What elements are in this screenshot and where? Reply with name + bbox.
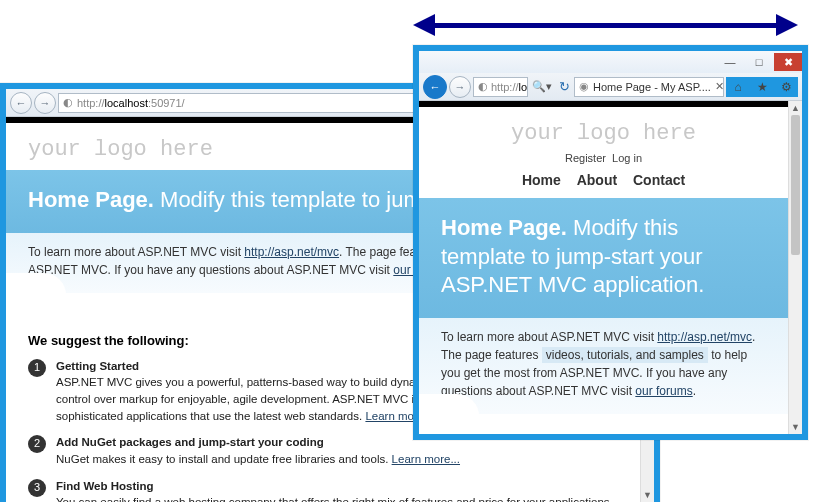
forward-button[interactable]: → bbox=[449, 76, 471, 98]
item-body: sophisticated applications that use the … bbox=[56, 410, 365, 422]
nav-home[interactable]: Home bbox=[522, 172, 561, 188]
item-title: Find Web Hosting bbox=[56, 478, 618, 495]
arrow-right-icon bbox=[776, 14, 798, 36]
tab-close-icon[interactable]: ✕ bbox=[715, 80, 724, 93]
item-number: 3 bbox=[28, 479, 46, 497]
account-links: Register Log in bbox=[419, 152, 788, 164]
mvc-link[interactable]: http://asp.net/mvc bbox=[244, 245, 339, 259]
address-bar: ← → ◐ http://localhost:509 🔍▾ ↻ ◉ Home P… bbox=[419, 73, 802, 101]
browser-tab[interactable]: ◉ Home Page - My ASP.... ✕ bbox=[574, 77, 724, 97]
url-input[interactable]: ◐ http://localhost:509 bbox=[473, 77, 528, 97]
site-logo: your logo here bbox=[419, 107, 788, 154]
highlight-pill: videos, tutorials, and samples bbox=[542, 347, 708, 363]
hero-banner: Home Page. Modify this template to jump-… bbox=[419, 198, 788, 318]
close-button[interactable]: ✖ bbox=[774, 53, 802, 71]
maximize-button[interactable]: □ bbox=[745, 53, 773, 71]
tools-icon[interactable]: ⚙ bbox=[776, 77, 796, 97]
url-scheme: http:// bbox=[491, 81, 519, 93]
url-host: localhost bbox=[519, 81, 528, 93]
url-scheme: http:// bbox=[77, 97, 105, 109]
item-body: You can easily find a web hosting compan… bbox=[56, 496, 613, 502]
refresh-button[interactable]: ↻ bbox=[556, 79, 572, 94]
item-body: control over markup for enjoyable, agile… bbox=[56, 393, 467, 405]
scroll-up-icon[interactable]: ▲ bbox=[789, 101, 802, 115]
favorites-icon[interactable]: ★ bbox=[752, 77, 772, 97]
main-nav: Home About Contact bbox=[419, 164, 788, 198]
window-titlebar: — □ ✖ bbox=[419, 51, 802, 73]
resize-arrow bbox=[413, 14, 798, 36]
tab-title: Home Page - My ASP.... bbox=[593, 81, 711, 93]
item-title: Getting Started bbox=[56, 358, 467, 375]
item-body: ASP.NET MVC gives you a powerful, patter… bbox=[56, 376, 466, 388]
back-button[interactable]: ← bbox=[10, 92, 32, 114]
minimize-button[interactable]: — bbox=[716, 53, 744, 71]
arrow-shaft bbox=[428, 23, 783, 28]
page-viewport: your logo here Register Log in Home Abou… bbox=[419, 101, 802, 434]
login-link[interactable]: Log in bbox=[612, 152, 642, 164]
item-number: 2 bbox=[28, 435, 46, 453]
page-icon: ◐ bbox=[478, 80, 488, 93]
item-number: 1 bbox=[28, 359, 46, 377]
url-host: localhost bbox=[105, 97, 148, 109]
register-link[interactable]: Register bbox=[565, 152, 606, 164]
item-title: Add NuGet packages and jump-start your c… bbox=[56, 434, 460, 451]
scrollbar[interactable]: ▲ ▼ bbox=[788, 101, 802, 434]
back-button[interactable]: ← bbox=[423, 75, 447, 99]
list-item: 3 Find Web Hosting You can easily find a… bbox=[28, 478, 618, 502]
tab-favicon: ◉ bbox=[579, 80, 589, 93]
forward-button[interactable]: → bbox=[34, 92, 56, 114]
item-body: NuGet makes it easy to install and updat… bbox=[56, 453, 392, 465]
learn-more-link[interactable]: Learn more... bbox=[392, 453, 460, 465]
forums-link[interactable]: our forums bbox=[635, 384, 692, 398]
scroll-down-icon[interactable]: ▼ bbox=[641, 488, 654, 502]
curve-divider bbox=[419, 414, 788, 434]
home-icon[interactable]: ⌂ bbox=[728, 77, 748, 97]
url-port: :50971/ bbox=[148, 97, 185, 109]
browser-window-narrow: — □ ✖ ← → ◐ http://localhost:509 🔍▾ ↻ ◉ … bbox=[413, 45, 808, 440]
hero-title: Home Page. Modify this template to jump-… bbox=[441, 214, 766, 300]
search-icon[interactable]: 🔍▾ bbox=[530, 80, 554, 93]
mvc-link[interactable]: http://asp.net/mvc bbox=[657, 330, 752, 344]
nav-about[interactable]: About bbox=[577, 172, 617, 188]
command-bar: ⌂ ★ ⚙ bbox=[726, 77, 798, 97]
scroll-down-icon[interactable]: ▼ bbox=[789, 420, 802, 434]
intro-text: To learn more about ASP.NET MVC visit ht… bbox=[419, 318, 788, 414]
scroll-thumb[interactable] bbox=[791, 115, 800, 255]
nav-contact[interactable]: Contact bbox=[633, 172, 685, 188]
page-icon: ◐ bbox=[63, 96, 73, 109]
